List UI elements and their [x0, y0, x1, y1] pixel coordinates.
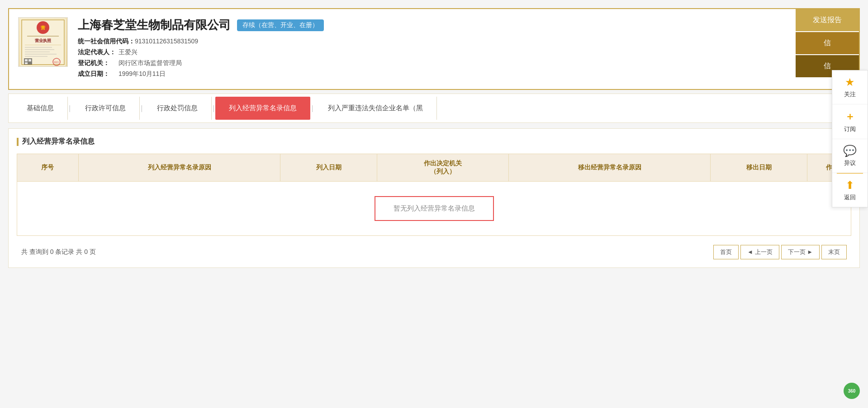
svg-rect-8	[25, 49, 54, 50]
tab-basic[interactable]: 基础信息	[13, 97, 68, 120]
section-title: 列入经营异常名录信息	[17, 137, 851, 146]
svg-rect-13	[25, 59, 28, 61]
back-icon: ⬆	[845, 179, 854, 192]
pagination: 共 查询到 0 条记录 共 0 页 首页 ◄ 上一页 下一页 ► 末页	[17, 245, 851, 259]
svg-rect-9	[25, 52, 50, 52]
company-header: 营 营业执照 闵行	[8, 8, 860, 90]
empty-cell: 暂无列入经营异常名录信息	[17, 182, 851, 236]
company-name: 上海春芝堂生物制品有限公司	[78, 17, 231, 33]
tab-abnormal[interactable]: 列入经营异常名录信息	[215, 97, 310, 120]
empty-message: 暂无列入经营异常名录信息	[375, 196, 494, 221]
first-page-button[interactable]: 首页	[713, 245, 739, 259]
svg-rect-11	[25, 56, 47, 57]
action-buttons: 发送报告 信 信	[796, 9, 859, 77]
sidebar-back[interactable]: ⬆ 返回	[832, 174, 868, 207]
last-page-button[interactable]: 末页	[821, 245, 847, 259]
svg-rect-4	[27, 36, 59, 37]
subscribe-label: 订阅	[844, 125, 856, 133]
legal-rep-value: 王爱兴	[119, 48, 138, 56]
col-header-reason: 列入经营异常名录原因	[78, 154, 280, 182]
col-header-remove-reason: 移出经营异常名录原因	[508, 154, 710, 182]
svg-rect-10	[25, 54, 57, 55]
send-report-button[interactable]: 发送报告	[796, 9, 859, 31]
title-bar-decoration	[17, 138, 19, 146]
back-label: 返回	[844, 193, 856, 202]
nav-tabs: 基础信息 | 行政许可信息 | 行政处罚信息 | 列入经营异常名录信息 | 列入…	[8, 94, 860, 123]
prev-page-button[interactable]: ◄ 上一页	[740, 245, 779, 259]
separator-4: |	[310, 104, 314, 113]
tab-penalty[interactable]: 行政处罚信息	[143, 97, 212, 120]
svg-text:营业执照: 营业执照	[35, 38, 51, 43]
svg-rect-14	[28, 59, 31, 61]
svg-rect-15	[25, 62, 28, 64]
svg-text:营: 营	[41, 25, 45, 30]
founded-value: 1999年10月11日	[119, 70, 166, 78]
company-info: 上海春芝堂生物制品有限公司 存续（在营、开业、在册） 统一社会信用代码： 913…	[78, 17, 850, 81]
next-page-button[interactable]: 下一页 ►	[781, 245, 820, 259]
col-header-authority: 作出决定机关（列入）	[377, 154, 508, 182]
abnormal-table: 序号 列入经营异常名录原因 列入日期 作出决定机关（列入） 移出经营异常名录原因…	[17, 154, 851, 236]
reg-office-label: 登记机关：	[78, 59, 119, 67]
svg-rect-6	[25, 45, 61, 45]
main-content: 列入经营异常名录信息 序号 列入经营异常名录原因 列入日期 作出决定机关（列入）…	[8, 128, 860, 268]
corner-badge: 360	[844, 383, 860, 399]
license-image: 营 营业执照 闵行	[18, 17, 68, 67]
col-header-seq: 序号	[17, 154, 79, 182]
chat-icon: 💬	[843, 145, 857, 157]
sidebar-objection[interactable]: 💬 异议	[832, 139, 868, 173]
status-badge: 存续（在营、开业、在册）	[237, 19, 324, 31]
tab-permit[interactable]: 行政许可信息	[71, 97, 140, 120]
separator-1: |	[68, 104, 71, 113]
founded-label: 成立日期：	[78, 70, 119, 78]
svg-text:闵行: 闵行	[54, 61, 59, 64]
info-btn-2[interactable]: 信	[796, 32, 859, 54]
plus-icon: ＋	[845, 110, 855, 123]
col-header-remove-date: 移出日期	[711, 154, 807, 182]
svg-rect-7	[25, 47, 52, 48]
badge-text: 360	[848, 389, 856, 394]
floating-sidebar: ★ 关注 ＋ 订阅 💬 异议 ⬆ 返回	[832, 70, 868, 207]
credit-code-value: 913101126315831509	[135, 38, 198, 46]
separator-3: |	[212, 104, 215, 113]
credit-code-label: 统一社会信用代码：	[78, 38, 135, 46]
sidebar-subscribe[interactable]: ＋ 订阅	[832, 104, 868, 139]
section-title-text: 列入经营异常名录信息	[22, 137, 95, 146]
follow-label: 关注	[844, 90, 856, 98]
pagination-buttons: 首页 ◄ 上一页 下一页 ► 末页	[713, 245, 847, 259]
tab-blacklist[interactable]: 列入严重违法失信企业名单（黑	[314, 97, 437, 120]
legal-rep-label: 法定代表人：	[78, 48, 119, 56]
objection-label: 异议	[844, 159, 856, 167]
sidebar-follow[interactable]: ★ 关注	[832, 70, 868, 104]
pagination-info: 共 查询到 0 条记录 共 0 页	[21, 248, 96, 256]
star-icon: ★	[845, 76, 855, 89]
separator-2: |	[140, 104, 143, 113]
reg-office-value: 闵行区市场监督管理局	[119, 59, 182, 67]
col-header-date: 列入日期	[280, 154, 377, 182]
